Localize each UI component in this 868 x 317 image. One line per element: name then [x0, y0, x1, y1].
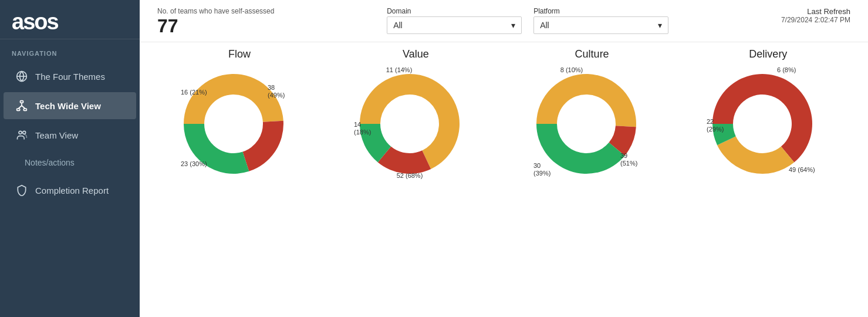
- platform-value: All: [540, 21, 549, 30]
- chart-flow: Flow38(49%)16 (21%)23 (30%): [151, 48, 327, 188]
- last-refresh-time: 7/29/2024 2:02:47 PM: [781, 16, 850, 24]
- sidebar-item-completion-report-label: Completion Report: [35, 186, 109, 195]
- sidebar-item-notes-actions-label: Notes/actions: [25, 158, 75, 167]
- svg-line-7: [22, 106, 25, 109]
- teams-count-area: No. of teams who have self-assessed 77: [157, 7, 274, 37]
- domain-filter: Domain All ▾: [387, 7, 522, 34]
- chart-culture: Culture8 (10%)39(51%)30(39%): [504, 48, 680, 188]
- svg-text:49 (64%): 49 (64%): [789, 166, 815, 173]
- people-icon: [15, 129, 28, 141]
- teams-label: No. of teams who have self-assessed: [157, 7, 274, 15]
- svg-text:11 (14%): 11 (14%): [386, 66, 413, 73]
- svg-text:52 (68%): 52 (68%): [397, 172, 423, 179]
- last-refresh-label: Last Refresh: [807, 7, 850, 16]
- chart-culture-title: Culture: [575, 48, 609, 60]
- platform-label: Platform: [533, 7, 668, 15]
- sidebar-item-team-view-label: Team View: [35, 130, 78, 140]
- sidebar-item-tech-wide-view[interactable]: Tech Wide View: [4, 92, 136, 119]
- sidebar-item-notes-actions[interactable]: Notes/actions: [4, 151, 136, 174]
- chart-delivery-title: Delivery: [749, 48, 787, 60]
- logo: asos: [12, 11, 128, 33]
- domain-select[interactable]: All ▾: [387, 16, 522, 34]
- svg-rect-3: [17, 109, 20, 110]
- network-icon: [15, 99, 28, 112]
- shield-icon: [15, 184, 28, 197]
- svg-text:6 (8%): 6 (8%): [777, 66, 796, 73]
- logo-area: asos: [0, 0, 140, 39]
- platform-filter: Platform All ▾: [533, 7, 668, 34]
- header-bar: No. of teams who have self-assessed 77 D…: [140, 0, 868, 42]
- chart-flow-title: Flow: [228, 48, 251, 60]
- globe-icon: [15, 70, 28, 83]
- sidebar-item-completion-report[interactable]: Completion Report: [4, 177, 136, 204]
- last-refresh: Last Refresh 7/29/2024 2:02:47 PM: [781, 7, 850, 24]
- svg-point-9: [23, 131, 26, 134]
- chart-value: Value11 (14%)14(18%)52 (68%): [327, 48, 504, 188]
- chart-value-title: Value: [403, 48, 429, 60]
- filters: Domain All ▾ Platform All ▾: [387, 7, 668, 34]
- svg-rect-4: [23, 109, 26, 110]
- svg-text:16 (21%): 16 (21%): [181, 89, 207, 96]
- sidebar-item-four-themes-label: The Four Themes: [35, 72, 105, 82]
- chart-delivery: Delivery6 (8%)22(29%)49 (64%): [680, 48, 856, 188]
- svg-point-8: [19, 131, 22, 134]
- domain-label: Domain: [387, 7, 522, 15]
- domain-value: All: [393, 21, 403, 30]
- svg-text:30(39%): 30(39%): [533, 162, 550, 177]
- svg-line-6: [18, 106, 22, 109]
- teams-count: 77: [157, 15, 178, 37]
- platform-chevron-icon: ▾: [658, 21, 662, 30]
- sidebar-item-tech-wide-view-label: Tech Wide View: [35, 101, 101, 111]
- charts-area: Flow38(49%)16 (21%)23 (30%)Value11 (14%)…: [140, 42, 868, 317]
- domain-chevron-icon: ▾: [511, 21, 515, 30]
- svg-text:38(49%): 38(49%): [268, 84, 285, 99]
- main-content: No. of teams who have self-assessed 77 D…: [140, 0, 868, 317]
- platform-select[interactable]: All ▾: [533, 16, 668, 34]
- svg-text:8 (10%): 8 (10%): [560, 66, 583, 73]
- svg-text:23 (30%): 23 (30%): [181, 160, 207, 167]
- sidebar-item-team-view[interactable]: Team View: [4, 122, 136, 149]
- sidebar: asos NAVIGATION The Four Themes Tech Wid…: [0, 0, 140, 317]
- nav-label: NAVIGATION: [0, 39, 140, 62]
- svg-text:39(51%): 39(51%): [620, 152, 637, 167]
- sidebar-item-four-themes[interactable]: The Four Themes: [4, 63, 136, 90]
- svg-rect-2: [21, 101, 23, 103]
